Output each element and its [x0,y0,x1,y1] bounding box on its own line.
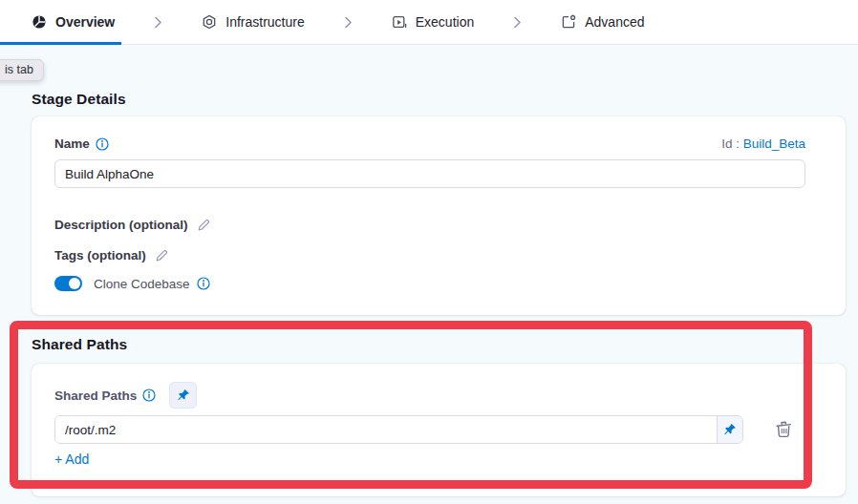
clone-codebase-toggle[interactable] [54,276,82,291]
tab-label: Infrastructure [225,14,304,30]
tab-label: Execution [416,14,474,30]
stage-id: Id : Build_Beta [721,136,805,151]
pin-all-button[interactable] [169,382,197,409]
chevron-right-icon [343,16,354,29]
info-icon[interactable] [142,388,156,402]
infrastructure-icon [202,14,217,30]
tab-overview[interactable]: Overview [18,0,128,44]
add-path-button[interactable]: + Add [54,452,89,467]
tab-infrastructure[interactable]: Infrastructure [188,0,317,44]
shared-path-input-group [54,415,743,444]
tags-row[interactable]: Tags (optional) [54,248,169,262]
chevron-right-icon [512,16,523,29]
shared-path-input[interactable] [55,416,717,443]
shared-paths-card: Shared Paths + Add [32,364,846,496]
name-row: Name Id : Build_Beta [54,136,805,151]
chevron-right-icon [153,16,163,29]
tab-execution[interactable]: Execution [378,0,487,44]
active-tab-underline [0,42,121,45]
shared-paths-heading: Shared Paths [32,336,127,353]
stage-name-input[interactable] [54,159,805,188]
toggle-knob [69,278,80,289]
tab-advanced[interactable]: Advanced [547,0,657,44]
advanced-icon [561,14,576,30]
stage-tab-bar: Overview Infrastructure Execution Advanc… [0,0,858,45]
clone-codebase-label: Clone Codebase [94,277,210,291]
trash-icon [775,420,793,439]
tooltip-fragment: is tab [0,59,44,81]
pin-field-button[interactable] [717,416,742,443]
info-icon[interactable] [96,137,109,151]
shared-path-row [54,415,793,444]
stage-id-link[interactable]: Build_Beta [743,136,805,151]
name-input-wrap [54,159,805,188]
tab-label: Overview [55,14,115,30]
pin-icon [723,423,737,436]
pencil-icon[interactable] [197,218,211,232]
clone-codebase-row: Clone Codebase [54,276,210,291]
overview-icon [32,14,47,30]
execution-icon [392,14,407,30]
pin-icon [177,388,190,402]
stage-details-heading: Stage Details [32,91,126,108]
info-icon[interactable] [197,277,210,290]
description-label: Description (optional) [54,218,188,232]
shared-paths-label: Shared Paths [54,388,156,403]
tab-label: Advanced [585,14,644,30]
name-label: Name [54,136,109,151]
tooltip-text: is tab [5,63,33,76]
description-row[interactable]: Description (optional) [54,218,211,232]
shared-paths-label-row: Shared Paths [54,382,197,409]
stage-details-card: Name Id : Build_Beta Description (option… [32,116,846,315]
tags-label: Tags (optional) [54,248,146,262]
delete-path-button[interactable] [775,420,793,439]
pencil-icon[interactable] [155,248,169,262]
